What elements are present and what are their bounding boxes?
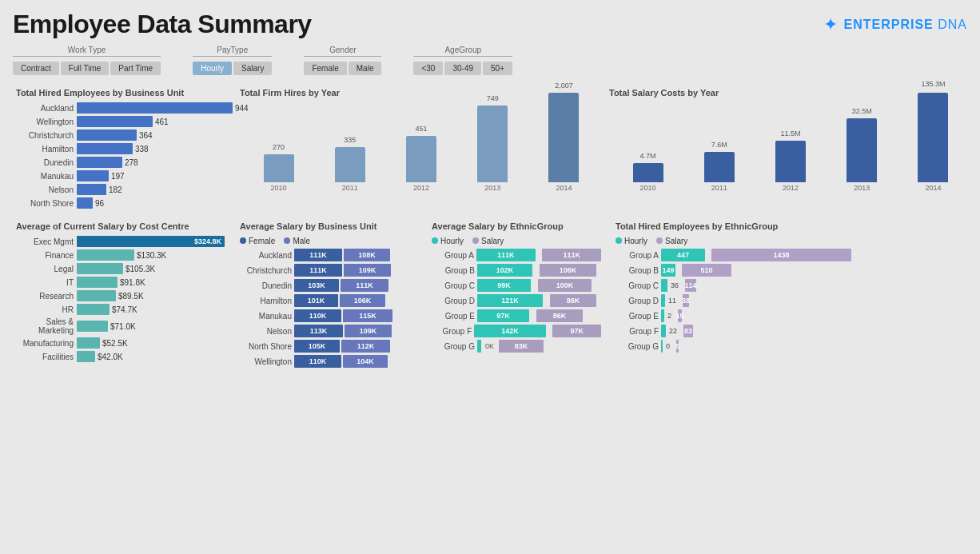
hired-by-bu-title: Total Hired Employees by Business Unit bbox=[16, 88, 225, 98]
paytype-filter: PayType Hourly Salary bbox=[193, 46, 272, 75]
legend-male: Male bbox=[284, 237, 310, 245]
sc-vbar-2013: 32.5M 2013 bbox=[831, 102, 893, 192]
age-3049[interactable]: 30-49 bbox=[444, 62, 481, 75]
table-row: Legal $105.3K bbox=[16, 263, 225, 274]
sc-vbar-2012: 11.5M 2012 bbox=[759, 102, 821, 192]
hired-ethnic-chart: Total Hired Employees by EthnicGroup Hou… bbox=[612, 218, 967, 371]
table-row: Exec Mgmt $324.8K bbox=[16, 236, 225, 247]
age-under30[interactable]: <30 bbox=[413, 62, 443, 75]
avg-salary-cc-title: Average of Current Salary by Cost Centre bbox=[16, 221, 225, 231]
salary-costs-chart: Total Salary Costs by Year 4.7M 2010 7.6… bbox=[606, 85, 967, 212]
list-item: Nelson 113K 109K bbox=[240, 325, 417, 337]
table-row: Hamilton 338 bbox=[16, 143, 225, 154]
avg-salary-ethnic-chart: Average Salary by EthnicGroup Hourly Sal… bbox=[428, 218, 604, 371]
vbar-2010: 270 2010 bbox=[248, 102, 309, 192]
list-item: Group G 0K 83K bbox=[432, 340, 601, 353]
worktype-label: Work Type bbox=[13, 46, 161, 57]
logo-icon: ✦ bbox=[823, 14, 838, 35]
agegroup-label: AgeGroup bbox=[413, 46, 512, 57]
worktype-filter: Work Type Contract Full Time Part Time bbox=[13, 46, 161, 75]
table-row: North Shore 96 bbox=[16, 197, 225, 209]
list-item: Christchurch 111K 109K bbox=[240, 264, 417, 277]
list-item: Group A 111K 111K bbox=[432, 249, 601, 261]
table-row: Wellington 461 bbox=[16, 116, 225, 127]
paytype-salary[interactable]: Salary bbox=[233, 62, 272, 75]
hired-by-bu-chart: Total Hired Employees by Business Unit A… bbox=[13, 85, 229, 212]
gender-male[interactable]: Male bbox=[349, 62, 382, 75]
gender-female[interactable]: Female bbox=[304, 62, 346, 75]
table-row: IT $91.8K bbox=[16, 277, 225, 288]
list-item: Group F 22 83 bbox=[615, 325, 964, 337]
table-row: Research $89.5K bbox=[16, 290, 225, 301]
logo-text: ENTERPRISE DNA bbox=[844, 18, 967, 32]
agegroup-filter: AgeGroup <30 30-49 50+ bbox=[413, 46, 512, 75]
salary-costs-title: Total Salary Costs by Year bbox=[609, 88, 964, 98]
list-item: Group B 102K 106K bbox=[432, 264, 601, 277]
avg-salary-bu-chart: Average Salary by Business Unit Female M… bbox=[237, 218, 420, 371]
worktype-fulltime[interactable]: Full Time bbox=[61, 62, 110, 75]
legend-salary: Salary bbox=[472, 237, 504, 245]
vbar-2014: 2,007 2014 bbox=[533, 102, 595, 192]
firm-hires-chart: Total Firm Hires by Year 270 2010 335 20… bbox=[237, 85, 598, 212]
paytype-hourly[interactable]: Hourly bbox=[193, 62, 232, 75]
table-row: Auckland 944 bbox=[16, 102, 225, 114]
table-row: Nelson 182 bbox=[16, 184, 225, 195]
vbar-2012: 451 2012 bbox=[390, 102, 452, 192]
hired-ethnic-title: Total Hired Employees by EthnicGroup bbox=[615, 221, 964, 231]
table-row: HR $74.7K bbox=[16, 304, 225, 315]
legend-hourly: Hourly bbox=[432, 237, 464, 245]
list-item: Auckland 111K 108K bbox=[240, 249, 417, 261]
list-item: Group C 36 114 bbox=[615, 279, 964, 292]
table-row: Manufacturing $52.5K bbox=[16, 337, 225, 349]
sc-vbar-2014: 135.3M 2014 bbox=[902, 102, 964, 192]
legend-hourly2: Hourly bbox=[615, 237, 647, 245]
list-item: Group E 2 15 bbox=[615, 309, 964, 322]
logo: ✦ ENTERPRISE DNA bbox=[823, 14, 967, 35]
list-item: Group C 99K 100K bbox=[432, 279, 601, 292]
sc-vbar-2011: 7.6M 2011 bbox=[688, 102, 750, 192]
worktype-parttime[interactable]: Part Time bbox=[110, 62, 161, 75]
table-row: Sales & Marketing $71.0K bbox=[16, 317, 225, 335]
table-row: Facilities $42.0K bbox=[16, 351, 225, 362]
list-item: Group G 0 5 bbox=[615, 340, 964, 353]
age-50plus[interactable]: 50+ bbox=[483, 62, 512, 75]
list-item: Group B 149 510 bbox=[615, 264, 964, 277]
list-item: Group E 97K 86K bbox=[432, 309, 601, 322]
vbar-2013: 749 2013 bbox=[462, 102, 524, 192]
gender-filter: Gender Female Male bbox=[304, 46, 381, 75]
list-item: Group D 11 38 bbox=[615, 294, 964, 307]
legend-female: Female bbox=[240, 237, 275, 245]
filter-bar: Work Type Contract Full Time Part Time P… bbox=[13, 46, 967, 75]
avg-salary-bu-title: Average Salary by Business Unit bbox=[240, 221, 417, 231]
firm-hires-title: Total Firm Hires by Year bbox=[240, 88, 595, 98]
list-item: Group F 142K 97K bbox=[432, 325, 601, 337]
avg-salary-ethnic-title: Average Salary by EthnicGroup bbox=[432, 221, 601, 231]
list-item: Hamilton 101K 106K bbox=[240, 294, 417, 307]
list-item: Manukau 110K 115K bbox=[240, 309, 417, 322]
table-row: Manukau 197 bbox=[16, 170, 225, 181]
list-item: North Shore 105K 112K bbox=[240, 340, 417, 353]
gender-label: Gender bbox=[304, 46, 381, 57]
worktype-contract[interactable]: Contract bbox=[13, 62, 59, 75]
table-row: Dunedin 278 bbox=[16, 157, 225, 168]
list-item: Dunedin 103K 111K bbox=[240, 279, 417, 292]
list-item: Group D 121K 86K bbox=[432, 294, 601, 307]
paytype-label: PayType bbox=[193, 46, 272, 57]
list-item: Wellington 110K 104K bbox=[240, 355, 417, 368]
table-row: Christchurch 364 bbox=[16, 130, 225, 141]
sc-vbar-2010: 4.7M 2010 bbox=[617, 102, 679, 192]
list-item: Group A 447 1438 bbox=[615, 249, 964, 261]
vbar-2011: 335 2011 bbox=[319, 102, 380, 192]
table-row: Finance $130.3K bbox=[16, 249, 225, 261]
page-title: Employee Data Summary bbox=[13, 10, 312, 39]
avg-salary-cost-centre: Average of Current Salary by Cost Centre… bbox=[13, 218, 229, 371]
legend-salary2: Salary bbox=[656, 237, 687, 245]
